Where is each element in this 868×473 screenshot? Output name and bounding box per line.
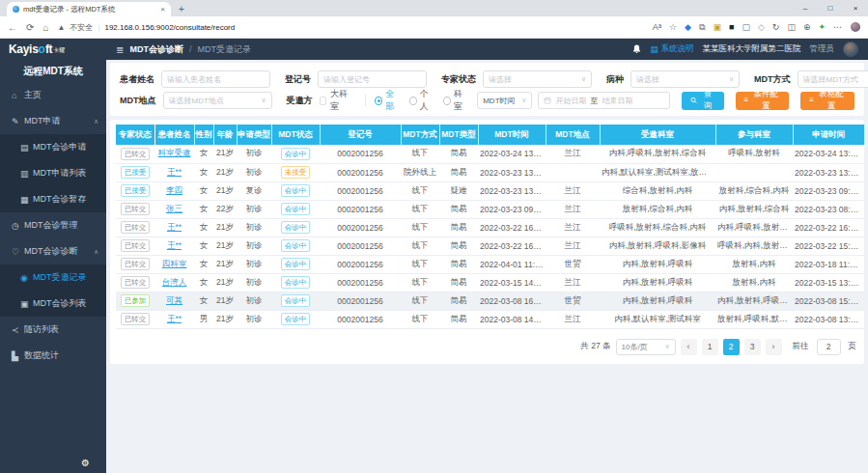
patient-name-link[interactable]: 科室受邀 xyxy=(158,148,191,157)
radio-全部[interactable]: 全部 xyxy=(375,88,400,113)
sidebar-item-MDT会诊诊断[interactable]: ♡MDT会诊诊断∧ xyxy=(0,238,106,264)
page-size-select[interactable]: 10条/页 ∨ xyxy=(616,339,676,355)
notification-bell-icon[interactable] xyxy=(632,44,641,54)
mdt-mode-select[interactable]: 请选择MDT方式∨ xyxy=(798,70,868,88)
browser-toolbar-icon[interactable]: ⧉ xyxy=(699,23,705,32)
cell-mdt-mode: 线下 xyxy=(401,236,439,255)
big-dept-checkbox-label[interactable]: 大科室 xyxy=(330,88,350,113)
register-no-placeholder: 请输入登记号 xyxy=(323,74,421,85)
page-button-1[interactable]: 1 xyxy=(702,339,718,355)
back-icon[interactable]: ← xyxy=(8,22,17,33)
column-header-register-no: 登记号 xyxy=(320,125,401,145)
browser-toolbar-icon[interactable]: Aᵃ xyxy=(653,23,661,32)
patient-name-link[interactable]: 王** xyxy=(167,314,182,323)
patient-name-link[interactable]: 王** xyxy=(167,167,182,177)
sidebar-item-MDT会诊暂存[interactable]: ▦MDT会诊暂存 xyxy=(0,186,106,212)
browser-toolbar-icon[interactable]: ⋯ xyxy=(833,23,842,32)
table-config-label: 表格配置 xyxy=(817,89,846,112)
browser-toolbar-icon[interactable]: ▣ xyxy=(713,23,721,32)
cell-expert-status: 已接受 xyxy=(116,181,154,200)
logo-text-2: ft xyxy=(45,42,52,56)
date-range-input[interactable]: 开始日期 至 结束日期 xyxy=(538,92,670,109)
browser-toolbar-icon[interactable]: ■ xyxy=(729,23,734,32)
cell-mdt-time: 2022-03-23 13:00:00 xyxy=(478,181,546,200)
radio-个人[interactable]: 个人 xyxy=(409,88,434,113)
sidebar-item-主页[interactable]: ⌂主页 xyxy=(0,82,106,108)
patient-name-input[interactable]: 请输入患者姓名 xyxy=(161,70,270,88)
page-button-3[interactable]: 3 xyxy=(744,339,761,355)
cell-age: 21岁 xyxy=(213,218,237,236)
goto-page-input[interactable] xyxy=(817,339,841,355)
sidebar-item-MDT申请列表[interactable]: ▥MDT申请列表 xyxy=(0,160,106,186)
security-label: 不安全 xyxy=(70,22,93,33)
cell-apply-type: 初诊 xyxy=(237,163,271,181)
browser-toolbar-icon[interactable]: ◫ xyxy=(787,23,796,32)
browser-toolbar-icon[interactable]: ◇ xyxy=(758,23,765,32)
search-button[interactable]: 查询 xyxy=(682,92,723,110)
home-icon[interactable]: ⌂ xyxy=(42,22,48,33)
disease-select[interactable]: 请选择∨ xyxy=(630,70,740,88)
browser-toolbar-icon[interactable]: ▢ xyxy=(742,23,750,32)
system-help-link[interactable]: ▤ 系统说明 xyxy=(650,43,693,55)
sidebar-item-MDT申请[interactable]: ✎MDT申请∧ xyxy=(0,108,106,134)
calendar-icon xyxy=(544,97,551,104)
browser-toolbar-icon[interactable]: ☆ xyxy=(669,23,677,32)
tab-close-icon[interactable]: × xyxy=(160,5,165,14)
sidebar-item-MDT会诊申请[interactable]: ▤MDT会诊申请 xyxy=(0,134,106,160)
cell-register-no: 0002001256 xyxy=(320,292,401,310)
window-minimize-button[interactable]: – xyxy=(793,4,818,13)
browser-toolbar-icon[interactable]: ↻ xyxy=(772,23,780,32)
patient-name-link[interactable]: 台湾人 xyxy=(162,277,187,287)
url-field[interactable]: ▲ 不安全 | 192.168.0.156:9002/consultate/re… xyxy=(57,22,643,33)
settings-gear-icon[interactable]: ⚙ xyxy=(81,458,90,468)
sidebar-item-数据统计[interactable]: ▙数据统计 xyxy=(0,343,106,369)
browser-toolbar-icon[interactable]: ✦ xyxy=(818,23,826,32)
cell-age: 21岁 xyxy=(213,236,237,255)
sidebar-item-label: MDT申请 xyxy=(24,115,61,127)
browser-profile-avatar[interactable] xyxy=(851,22,860,32)
cell-mdt-mode: 线下 xyxy=(401,292,439,310)
big-dept-checkbox[interactable] xyxy=(320,97,327,105)
collapse-menu-icon[interactable]: ≣ xyxy=(116,44,124,55)
page-button-2[interactable]: 2 xyxy=(723,339,740,355)
sidebar-item-MDT受邀记录[interactable]: ◉MDT受邀记录 xyxy=(0,264,106,291)
cell-gender: 女 xyxy=(194,292,213,310)
register-no-input[interactable]: 请输入登记号 xyxy=(318,70,427,88)
patient-name-link[interactable]: 王** xyxy=(167,222,182,232)
config-icon: ≡ xyxy=(744,97,749,104)
cell-mdt-status: 会诊中 xyxy=(271,218,320,236)
patient-name-link[interactable]: 可其 xyxy=(166,295,182,305)
new-tab-button[interactable]: + xyxy=(179,3,184,16)
patient-name-link[interactable]: 四科室 xyxy=(162,259,187,268)
expert-status-badge: 已转交 xyxy=(121,276,151,289)
refresh-icon[interactable]: ⟳ xyxy=(26,22,34,33)
table-row: 已接受王**女21岁初诊未接受0002001256院外线上简易2022-03-2… xyxy=(116,163,864,181)
next-page-button[interactable]: › xyxy=(766,339,782,355)
table-config-button[interactable]: ≡ 表格配置 xyxy=(800,92,854,110)
browser-toolbar-icon[interactable]: ⊕ xyxy=(803,23,811,32)
radio-科室[interactable]: 科室 xyxy=(443,88,468,113)
mdt-place-select[interactable]: 请选择MDT地点∨ xyxy=(163,92,272,109)
expert-status-select[interactable]: 请选择∨ xyxy=(483,70,592,88)
sidebar-item-MDT会诊管理[interactable]: ◷MDT会诊管理 xyxy=(0,212,106,238)
browser-tab[interactable]: mdt受邀记录 - 远程MDT系统 × xyxy=(7,2,171,16)
share-icon: ≺ xyxy=(12,325,24,335)
sidebar-item-随访列表[interactable]: ≺随访列表 xyxy=(0,317,106,343)
condition-config-button[interactable]: ≡ 条件配置 xyxy=(736,92,790,110)
prev-page-button[interactable]: ‹ xyxy=(681,339,697,355)
sidebar-item-MDT会诊列表[interactable]: ▣MDT会诊列表 xyxy=(0,291,106,317)
patient-name-link[interactable]: 王** xyxy=(167,240,182,250)
cell-expert-status: 已转交 xyxy=(116,218,154,236)
browser-toolbar-icon[interactable]: ◆ xyxy=(685,23,691,32)
cell-participating-depts: 放射科,内科 xyxy=(715,273,793,292)
time-type-select[interactable]: MDT时间∨ xyxy=(477,92,532,109)
window-maximize-button[interactable]: □ xyxy=(818,4,843,13)
user-avatar[interactable] xyxy=(843,42,858,57)
draft-icon: ▦ xyxy=(20,195,33,205)
window-close-button[interactable]: × xyxy=(843,4,868,13)
table-row: 已参加可其女21岁初诊会诊中0002001256线下简易2022-03-08 1… xyxy=(116,292,864,310)
cell-register-no: 0002001256 xyxy=(320,255,401,273)
patient-name-link[interactable]: 张三 xyxy=(166,204,182,213)
patient-name-link[interactable]: 李四 xyxy=(166,185,182,195)
column-header-mdt-time: MDT时间 xyxy=(478,125,546,145)
